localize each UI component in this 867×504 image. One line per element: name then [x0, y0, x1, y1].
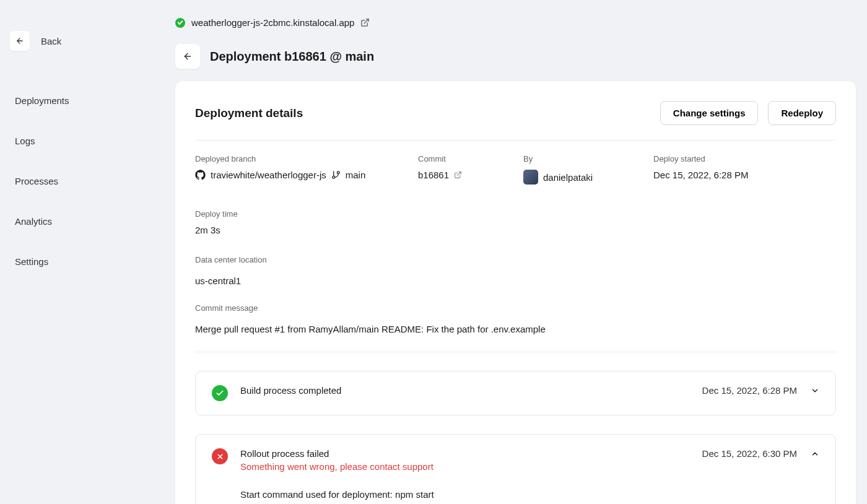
commit-message-label: Commit message [195, 303, 836, 313]
time-value: 2m 3s [195, 225, 238, 235]
rollout-timestamp: Dec 15, 2022, 6:30 PM [702, 448, 797, 459]
x-circle-icon [212, 448, 228, 464]
check-circle-icon [212, 385, 228, 401]
start-command: Start command used for deployment: npm s… [240, 489, 819, 500]
github-icon [195, 170, 206, 180]
page-title-row: Deployment b16861 @ main [175, 44, 856, 69]
divider [195, 352, 836, 352]
status-ok-icon [175, 18, 185, 28]
sidebar-item-deployments[interactable]: Deployments [10, 87, 164, 115]
build-timestamp: Dec 15, 2022, 6:28 PM [702, 385, 797, 396]
external-link-icon[interactable] [454, 171, 462, 179]
sidebar-item-logs[interactable]: Logs [10, 127, 164, 155]
commit-message: Merge pull request #1 from RamyAllam/mai… [195, 324, 836, 334]
change-settings-button[interactable]: Change settings [660, 101, 759, 125]
redeploy-button[interactable]: Redeploy [768, 101, 836, 125]
git-branch-icon [331, 170, 341, 180]
datacenter-value: us-central1 [195, 276, 836, 286]
time-label: Deploy time [195, 209, 238, 219]
back-label: Back [41, 36, 61, 46]
arrow-left-icon [10, 31, 30, 51]
datacenter-label: Data center location [195, 255, 836, 264]
chevron-up-icon[interactable] [811, 450, 819, 458]
branch-name: main [346, 170, 366, 180]
sidebar-item-settings[interactable]: Settings [10, 248, 164, 276]
external-link-icon[interactable] [360, 18, 370, 27]
commit-label: Commit [418, 154, 499, 163]
sidebar-item-analytics[interactable]: Analytics [10, 207, 164, 235]
chevron-down-icon[interactable] [811, 386, 819, 395]
back-to-deployments-button[interactable] [175, 44, 200, 69]
section-title: Deployment details [195, 106, 303, 120]
app-url-row: weatherlogger-js-2cbmc.kinstalocal.app [175, 17, 856, 28]
app-url-link[interactable]: weatherlogger-js-2cbmc.kinstalocal.app [191, 17, 354, 28]
rollout-error: Something went wrong, please contact sup… [240, 461, 434, 472]
commit-hash: b16861 [418, 170, 449, 180]
page-title: Deployment b16861 @ main [210, 50, 374, 64]
branch-label: Deployed branch [195, 154, 393, 163]
started-label: Deploy started [653, 154, 783, 163]
repo-name: traviewhite/weatherlogger-js [211, 170, 326, 180]
back-button[interactable]: Back [10, 31, 164, 51]
started-value: Dec 15, 2022, 6:28 PM [653, 170, 783, 180]
author-name: danielpataki [543, 172, 593, 183]
main-content: weatherlogger-js-2cbmc.kinstalocal.app D… [164, 0, 867, 504]
rollout-process-card[interactable]: Rollout process failed Something went wr… [195, 434, 836, 504]
card-header: Deployment details Change settings Redep… [195, 101, 836, 141]
sidebar: Back Deployments Logs Processes Analytic… [0, 0, 164, 504]
rollout-title: Rollout process failed [240, 448, 434, 459]
avatar [523, 170, 538, 185]
svg-line-6 [457, 172, 461, 176]
svg-line-1 [365, 19, 369, 24]
sidebar-item-processes[interactable]: Processes [10, 167, 164, 195]
build-process-card[interactable]: Build process completed Dec 15, 2022, 6:… [195, 371, 836, 415]
build-title: Build process completed [240, 385, 341, 396]
deployment-details-card: Deployment details Change settings Redep… [175, 81, 856, 504]
by-label: By [523, 154, 629, 163]
